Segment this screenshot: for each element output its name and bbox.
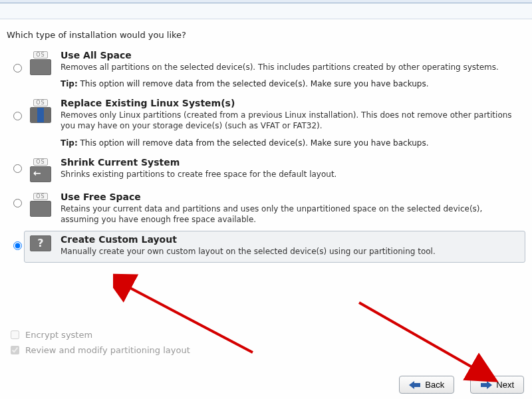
icon-shrink-system: OS <box>25 157 57 182</box>
option-desc: Removes all partitions on the selected d… <box>61 62 522 72</box>
option-custom-layout[interactable]: ? Create Custom Layout Manually create y… <box>24 231 525 263</box>
option-title: Use Free Space <box>61 192 522 202</box>
option-shrink-system[interactable]: OS Shrink Current System Shrinks existin… <box>7 154 525 188</box>
option-title: Use All Space <box>61 50 522 61</box>
radio-custom-layout[interactable] <box>13 241 22 250</box>
toolbar-strip <box>0 3 532 19</box>
installation-type-prompt: Which type of installation would you lik… <box>7 30 525 40</box>
radio-replace-linux[interactable] <box>13 112 22 120</box>
option-use-all-space[interactable]: OS Use All Space Removes all partitions … <box>7 47 525 94</box>
option-replace-linux[interactable]: OS Replace Existing Linux System(s) Remo… <box>7 94 525 153</box>
option-use-free-space[interactable]: OS Use Free Space Retains your current d… <box>7 188 525 231</box>
question-mark-icon: ? <box>30 235 51 251</box>
os-tag-icon: OS <box>33 99 47 106</box>
option-desc: Shrinks existing partitions to create fr… <box>61 169 522 180</box>
option-desc: Retains your current data and partitions… <box>61 203 522 225</box>
option-desc: Removes only Linux partitions (created f… <box>61 110 522 131</box>
option-title: Create Custom Layout <box>61 234 522 245</box>
main-content: Which type of installation would you lik… <box>0 19 532 263</box>
option-tip: Tip: This option will remove data from t… <box>61 79 522 88</box>
installation-options: OS Use All Space Removes all partitions … <box>7 47 525 263</box>
icon-use-all-space: OS <box>25 50 57 75</box>
option-title: Shrink Current System <box>61 157 522 168</box>
icon-replace-linux: OS <box>25 98 57 123</box>
os-tag-icon: OS <box>33 193 47 200</box>
radio-shrink-system[interactable] <box>13 164 22 173</box>
icon-use-free-space: OS <box>25 192 57 217</box>
option-title: Replace Existing Linux System(s) <box>61 98 522 108</box>
option-tip: Tip: This option will remove data from t… <box>61 138 522 148</box>
radio-use-free-space[interactable] <box>13 199 22 207</box>
os-tag-icon: OS <box>33 51 47 59</box>
option-desc: Manually create your own custom layout o… <box>61 246 522 257</box>
os-tag-icon: OS <box>33 158 47 166</box>
icon-custom-layout: ? <box>25 234 57 251</box>
radio-use-all-space[interactable] <box>13 64 22 72</box>
